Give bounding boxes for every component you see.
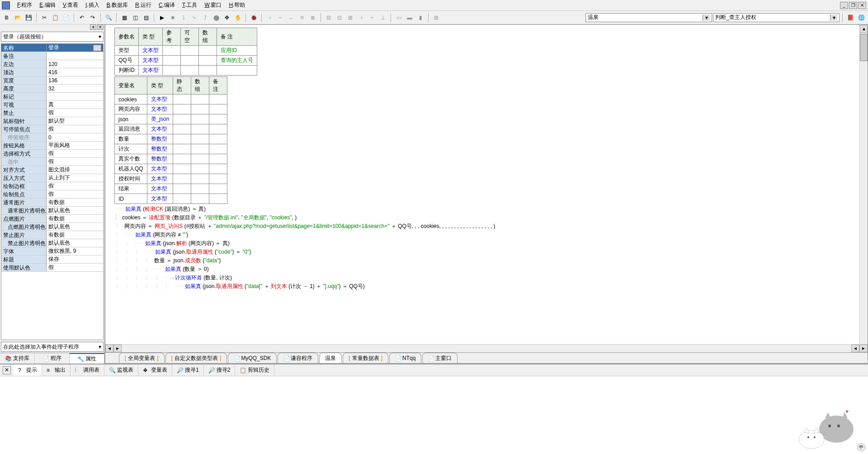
tab-常量数据表[interactable]: [常量数据表] (343, 353, 388, 363)
tab-NTqq[interactable]: 📄NTqq (389, 353, 421, 363)
prop-row-鼠标指针[interactable]: 鼠标指针默认型 (1, 117, 103, 125)
bottom-tab-搜寻2[interactable]: 🔎搜寻2 (204, 364, 236, 376)
redo-icon[interactable]: ↷ (88, 13, 98, 23)
prop-row-绘制边框[interactable]: 绘制边框假 (1, 182, 103, 190)
tab-自定义数据类型表[interactable]: [自定义数据类型表] (165, 353, 227, 363)
tab-温泉[interactable]: 温泉 (319, 353, 342, 363)
code-line[interactable]: ┊ 网页内容 ＝ 网页_访问S (#授权站 ＋ "admin/ajax.php?… (114, 222, 859, 231)
layout3-icon[interactable]: ▤ (141, 13, 151, 23)
prop-row-左边[interactable]: 左边120 (1, 60, 103, 68)
menu-R.运行[interactable]: R.运行 (132, 0, 155, 10)
debug-icon[interactable]: 🐞 (249, 13, 259, 23)
panel-close-button[interactable]: ✕ (3, 366, 11, 374)
code-line[interactable]: ┊ ┊ ┊ ┈┈如果真 (json.取通用属性 ("code") ＝ "0") (114, 248, 859, 256)
ime-badge[interactable]: 中 (857, 443, 865, 451)
panel-close-icon[interactable]: ✕ (97, 24, 104, 30)
hand-icon[interactable]: ✋ (233, 13, 243, 23)
bottom-tab-调用表[interactable]: ⦙调用表 (71, 364, 104, 376)
prop-row-禁止图片[interactable]: 禁止图片有数据 (1, 231, 103, 239)
code-line[interactable]: ┊ ┊ ┊ ┊ ┊ ┊ ┈┈如果真 (json.取通用属性 ("data[" ＋… (114, 282, 859, 291)
event-selector[interactable]: 在此处选择加入事件处理子程序▾ (1, 342, 104, 352)
prop-row-顶边[interactable]: 顶边416 (1, 68, 103, 76)
tab-properties[interactable]: 🔧属性 (70, 353, 104, 364)
restore-button[interactable]: ❐ (849, 2, 857, 9)
prop-row-使用默认色[interactable]: 使用默认色假 (1, 264, 103, 272)
prop-row-高度[interactable]: 高度32 (1, 85, 103, 93)
menu-V.查看[interactable]: V.查看 (59, 0, 82, 10)
stop-icon[interactable]: ■ (168, 13, 178, 23)
prop-row-按钮风格[interactable]: 按钮风格平面风格 (1, 142, 103, 150)
horizontal-scrollbar[interactable]: ◂ ▸ ◂ ▸ (105, 344, 868, 352)
tab-program[interactable]: 📄程序 (35, 353, 70, 364)
variable-table[interactable]: 变量名类 型静态数组备 注cookies文本型网页内容文本型json类_json… (114, 76, 227, 204)
menu-T.工具[interactable]: T.工具 (179, 0, 201, 10)
align3-icon[interactable]: ⫠ (286, 13, 296, 23)
align5-icon[interactable]: ≣ (308, 13, 318, 23)
prop-row-压入方式[interactable]: 压入方式从上到下 (1, 174, 103, 182)
prop-row-字体[interactable]: 字体微软雅黑, 9 (1, 247, 103, 255)
tab-谦容程序[interactable]: 📄谦容程序 (278, 353, 318, 363)
align10-icon[interactable]: ⫟ (367, 13, 377, 23)
breakpoint-icon[interactable]: ⬤ (211, 13, 221, 23)
module-combo[interactable]: 温泉▾ (585, 13, 712, 22)
bottom-tab-监视表[interactable]: 🔍监视表 (104, 364, 138, 376)
paste-icon[interactable]: 📄 (61, 13, 71, 23)
prop-row-禁止图片透明色[interactable]: 禁止图片透明色默认底色 (1, 239, 103, 247)
help-icon[interactable]: 📕 (845, 13, 855, 23)
cut-icon[interactable]: ✂ (39, 13, 49, 23)
tab-support-lib[interactable]: 📚支持库 (0, 353, 35, 364)
minimize-button[interactable]: _ (840, 2, 848, 9)
code-line[interactable]: ┊ ┊ ┈┈如果真 (json.解析 (网页内容) ＝ 真) (114, 239, 859, 248)
close-button[interactable]: ✕ (858, 2, 866, 9)
menu-C.编译[interactable]: C.编译 (155, 0, 179, 10)
align11-icon[interactable]: ⊥ (378, 13, 388, 23)
tab-MyQQ_SDK[interactable]: 📄MyQQ_SDK (228, 353, 277, 363)
prop-row-点燃图片[interactable]: 点燃图片有数据 (1, 215, 103, 223)
prop-row-可视[interactable]: 可视真 (1, 101, 103, 109)
menu-B.数据库[interactable]: B.数据库 (103, 0, 132, 10)
align6-icon[interactable]: ⊟ (324, 13, 334, 23)
prop-row-宽度[interactable]: 宽度136 (1, 76, 103, 85)
layout2-icon[interactable]: ◫ (130, 13, 140, 23)
menu-H.帮助[interactable]: H.帮助 (225, 0, 249, 10)
prop-row-可停留焦点[interactable]: 可停留焦点假 (1, 125, 103, 133)
undo-icon[interactable]: ↶ (77, 13, 87, 23)
property-grid[interactable]: 名称登录…备注左边120顶边416宽度136高度32标记可视真禁止假鼠标指针默认… (1, 43, 104, 340)
tab-全局变量表[interactable]: [全局变量表] (119, 353, 165, 363)
layout1-icon[interactable]: ▦ (119, 13, 129, 23)
code-line[interactable]: ┊ cookies ＝ 读配置项 (数据目录 ＋ "/管理数据.ini", "全… (114, 213, 859, 222)
prop-row-通常图片透明色[interactable]: 通常图片透明色默认底色 (1, 207, 103, 215)
find-icon[interactable]: 🔍 (104, 13, 113, 23)
prop-row-对齐方式[interactable]: 对齐方式图文混排 (1, 166, 103, 174)
bottom-tab-搜寻1[interactable]: 🔎搜寻1 (172, 364, 204, 376)
prop-row-备注[interactable]: 备注 (1, 52, 103, 60)
step-over-icon[interactable]: ⤵ (179, 13, 189, 23)
bottom-tab-变量表[interactable]: ❖变量表 (138, 364, 172, 376)
menu-E.编辑[interactable]: E.编辑 (36, 0, 59, 10)
parameter-table[interactable]: 参数名类 型参考可空数组备 注类型文本型应用IDQQ号文本型查询的主人号判断ID… (114, 28, 257, 76)
align8-icon[interactable]: ⊞ (345, 13, 355, 23)
align12-icon[interactable]: ▭ (394, 13, 404, 23)
prop-row-点燃图片透明色[interactable]: 点燃图片透明色默认底色 (1, 223, 103, 231)
prop-row-名称[interactable]: 名称登录… (1, 44, 103, 52)
align1-icon[interactable]: ⫞ (264, 13, 274, 23)
output-content[interactable]: ♥ 中 (0, 376, 868, 454)
prop-row-选中[interactable]: 选中假 (1, 158, 103, 166)
run-icon[interactable]: ▶ (157, 13, 167, 23)
new-file-icon[interactable]: 🗎 (2, 13, 12, 23)
align9-icon[interactable]: ⫞ (356, 13, 366, 23)
step-out-icon[interactable]: ⤴ (200, 13, 210, 23)
code-line[interactable]: ┊ ┊ ┊ ┊ ┊ ┈→计次循环首 (数量, 计次) (114, 274, 859, 282)
component-selector[interactable]: 登录（超级按钮）▾ (1, 32, 104, 42)
copy-icon[interactable]: 📋 (50, 13, 60, 23)
code-line[interactable]: ┊ ┊ ┊ ┊ 数量 ＝ json.成员数 ("data") (114, 256, 859, 265)
step-into-icon[interactable]: ⤷ (189, 13, 199, 23)
bottom-tab-输出[interactable]: ≡输出 (42, 364, 71, 376)
code-line[interactable]: ┊ ┊ ┊ ┊ ┈┈如果真 (数量 ＞ 0) (114, 265, 859, 274)
prop-row-标题[interactable]: 标题保存 (1, 255, 103, 264)
prop-row-绘制焦点[interactable]: 绘制焦点假 (1, 190, 103, 199)
align14-icon[interactable]: ▮ (415, 13, 425, 23)
prop-row-标记[interactable]: 标记 (1, 93, 103, 101)
save-icon[interactable]: 💾 (24, 13, 33, 23)
menu-F.程序[interactable]: F.程序 (14, 0, 36, 10)
